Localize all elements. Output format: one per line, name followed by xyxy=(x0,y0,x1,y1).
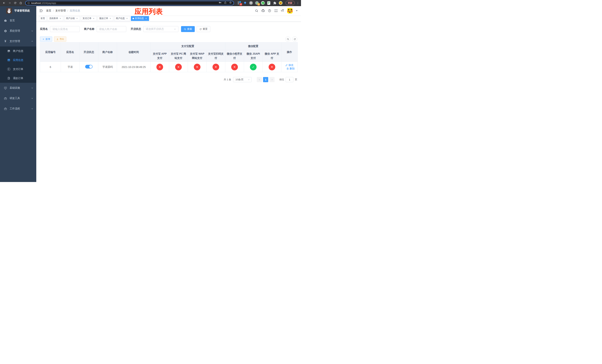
sidebar-item-dev-tools[interactable]: 研发工具 xyxy=(0,93,36,104)
status-wechat-app-icon: ✕ xyxy=(269,64,275,70)
gear-icon xyxy=(4,29,7,32)
profile-emoji-icon[interactable] xyxy=(279,1,282,5)
share-icon[interactable] xyxy=(224,1,226,5)
tab-app-info[interactable]: 应用信息 xyxy=(131,16,149,21)
goto-page-input[interactable] xyxy=(286,77,293,82)
pagination-total: 共 1 条 xyxy=(224,78,231,81)
briefcase-icon xyxy=(4,97,7,100)
sidebar-collapse-icon[interactable] xyxy=(39,9,43,13)
search-icon[interactable] xyxy=(255,9,258,12)
sidebar-item-system[interactable]: 系统管理 xyxy=(0,26,36,36)
sidebar-item-refund-order[interactable]: 退款订单 xyxy=(0,74,36,83)
font-size-icon[interactable]: TT xyxy=(281,9,284,13)
breadcrumb-separator xyxy=(53,9,54,12)
export-button[interactable]: 导出 xyxy=(54,36,66,42)
status-toggle[interactable] xyxy=(85,65,93,68)
add-button[interactable]: 新增 xyxy=(40,36,52,42)
tab-close-icon[interactable] xyxy=(92,17,95,20)
col-header-created: 创建时间 xyxy=(117,43,150,62)
sidebar-item-app-info[interactable]: 应用信息 xyxy=(0,55,36,65)
tab-refund-order[interactable]: 退款订单 xyxy=(97,16,113,21)
delete-link[interactable]: 删除 xyxy=(286,67,295,70)
fullscreen-icon[interactable] xyxy=(274,9,278,12)
page-number-1[interactable]: 1 xyxy=(263,77,268,82)
tab-process-form[interactable]: 流程表单 xyxy=(48,16,63,21)
breadcrumb-payment[interactable]: 支付管理 xyxy=(55,9,66,12)
next-page-button[interactable] xyxy=(269,77,275,82)
extension-doc-icon[interactable] xyxy=(267,1,271,5)
breadcrumb-home[interactable]: 首页 xyxy=(46,9,51,12)
merchant-name-input[interactable] xyxy=(97,26,126,32)
chrome-update-button[interactable]: 更新 xyxy=(285,1,295,5)
avatar[interactable] xyxy=(287,8,293,13)
extensions-puzzle-icon[interactable] xyxy=(273,1,277,5)
cell-wechat-jsapi: ✓ xyxy=(244,62,263,72)
field-label-status: 开启状态 xyxy=(131,27,141,31)
refresh-button[interactable] xyxy=(292,36,297,42)
extension-command-icon[interactable]: ⌘ xyxy=(249,1,253,5)
extension-gem-icon[interactable] xyxy=(243,1,247,5)
cell-created: 2021-10-23 08:49:25 xyxy=(117,62,150,72)
site-info-icon[interactable] xyxy=(27,2,30,4)
sidebar-item-merchant-info[interactable]: 商户信息 xyxy=(0,46,36,55)
sidebar-menu: 首页 系统管理 ¥ 支付管理 商户信息 xyxy=(0,15,36,114)
cell-alipay-app: ✕ xyxy=(150,62,169,72)
page-size-select[interactable]: 10条/页 xyxy=(233,77,252,82)
extension-badge: 10 xyxy=(239,3,242,6)
sidebar-item-label: 商户信息 xyxy=(13,49,23,53)
app-table: 应用编号 应用名 开启状态 商户名称 创建时间 支付宝配置 微信配置 操作 支付… xyxy=(40,42,298,72)
status-alipay-app-icon: ✕ xyxy=(156,64,163,70)
page-annotation-title: 应用列表 xyxy=(135,7,163,16)
page-content: 应用名 商户名称 开启状态 请选择开启状态 搜索 重置 xyxy=(36,22,301,182)
extension-blocks-icon[interactable]: 10 xyxy=(237,1,241,5)
tab-pay-order[interactable]: 支付订单 xyxy=(81,16,97,21)
col-header-merchant: 商户名称 xyxy=(98,43,117,62)
bookmark-star-icon[interactable] xyxy=(229,1,232,5)
search-button[interactable]: 搜索 xyxy=(181,26,195,32)
address-bar[interactable]: localhost:1024/pay/app xyxy=(25,1,234,5)
prev-page-button[interactable] xyxy=(257,77,262,82)
extension-y-icon[interactable]: y xyxy=(261,1,265,5)
chevron-down-icon xyxy=(248,78,250,81)
cell-wechat-app: ✕ xyxy=(263,62,281,72)
col-group-alipay: 支付宝配置 xyxy=(150,43,225,50)
status-select[interactable]: 请选择开启状态 xyxy=(143,26,178,32)
sidebar-item-payment[interactable]: ¥ 支付管理 xyxy=(0,36,36,46)
help-icon[interactable] xyxy=(268,9,271,12)
search-form: 应用名 商户名称 开启状态 请选择开启状态 搜索 重置 xyxy=(40,26,297,32)
sidebar-item-workflow[interactable]: 工作流程 xyxy=(0,104,36,114)
edit-link[interactable]: 修改 xyxy=(285,64,294,67)
tab-close-icon[interactable] xyxy=(59,17,62,20)
reset-button[interactable]: 重置 xyxy=(197,26,210,32)
tab-close-icon[interactable] xyxy=(109,17,112,20)
status-alipay-wap-icon: ✕ xyxy=(194,64,201,70)
avatar-caret-icon[interactable] xyxy=(296,10,298,11)
tab-close-icon[interactable] xyxy=(126,17,128,20)
breadcrumb-current: 应用信息 xyxy=(70,9,80,12)
tab-user-group[interactable]: 用户分组 xyxy=(64,16,80,21)
back-icon[interactable] xyxy=(2,1,6,5)
github-icon[interactable] xyxy=(261,9,265,12)
sidebar-item-label: 退款订单 xyxy=(13,77,23,80)
cell-alipay-pc: ✕ xyxy=(169,62,188,72)
tab-home[interactable]: 首页 xyxy=(39,16,47,21)
app-name-input[interactable] xyxy=(50,26,80,32)
tab-close-icon[interactable] xyxy=(76,17,78,20)
browser-menu-icon[interactable]: ⋮ xyxy=(297,1,299,4)
password-key-icon[interactable] xyxy=(219,1,221,5)
home-icon[interactable] xyxy=(19,1,23,5)
grid-icon xyxy=(7,58,10,62)
forward-icon[interactable] xyxy=(7,1,12,5)
pagination: 共 1 条 10条/页 1 前往 页 xyxy=(40,77,297,82)
extension-record-icon[interactable]: 1 xyxy=(255,1,259,5)
store-icon xyxy=(7,49,10,53)
sidebar-item-home[interactable]: 首页 xyxy=(0,15,36,26)
app-logo[interactable]: 芋道管理系统 xyxy=(0,6,36,15)
sidebar-item-infrastructure[interactable]: 基础设施 xyxy=(0,83,36,93)
tab-close-icon[interactable] xyxy=(145,17,147,20)
reload-icon[interactable] xyxy=(13,1,17,5)
tab-merchant-info[interactable]: 商户信息 xyxy=(114,16,130,21)
sidebar-item-pay-order[interactable]: ¥ 支付订单 xyxy=(0,65,36,74)
toggle-search-button[interactable] xyxy=(285,36,290,42)
page-unit-label: 页 xyxy=(295,78,297,81)
